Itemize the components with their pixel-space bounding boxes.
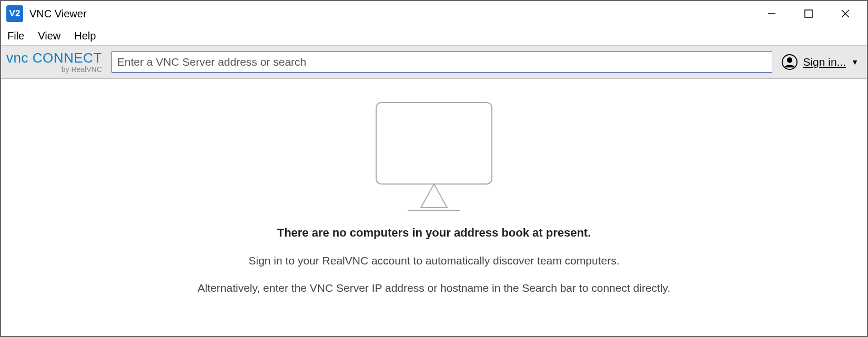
menu-view[interactable]: View xyxy=(36,29,63,43)
svg-marker-7 xyxy=(421,184,447,208)
svg-rect-6 xyxy=(376,103,492,184)
close-button[interactable] xyxy=(827,1,864,26)
empty-state-line-1: Sign in to your RealVNC account to autom… xyxy=(249,254,620,267)
brand-logo: vnc CONNECT by RealVNC xyxy=(6,51,105,73)
empty-state-line-2: Alternatively, enter the VNC Server IP a… xyxy=(198,282,671,294)
brand-main-text: vnc CONNECT xyxy=(6,51,102,65)
chevron-down-icon: ▼ xyxy=(851,58,859,66)
app-icon-text: V2 xyxy=(9,8,21,19)
maximize-button[interactable] xyxy=(790,1,827,26)
sign-in-label: Sign in... xyxy=(803,56,846,68)
toolbar: vnc CONNECT by RealVNC Sign in... ▼ xyxy=(1,45,867,79)
app-icon: V2 xyxy=(6,5,23,22)
menu-file[interactable]: File xyxy=(5,29,26,43)
monitor-icon xyxy=(366,100,502,216)
titlebar: V2 VNC Viewer xyxy=(1,1,867,26)
sign-in-button[interactable]: Sign in... ▼ xyxy=(779,54,862,70)
minimize-button[interactable] xyxy=(753,1,790,26)
menu-help[interactable]: Help xyxy=(72,29,98,43)
close-icon xyxy=(841,9,850,18)
address-search-input[interactable] xyxy=(112,52,773,73)
brand-sub-text: by RealVNC xyxy=(62,66,102,73)
main-content: There are no computers in your address b… xyxy=(1,79,867,336)
window-title: VNC Viewer xyxy=(29,8,87,20)
svg-point-5 xyxy=(787,57,792,63)
menubar: File View Help xyxy=(1,26,867,45)
minimize-icon xyxy=(767,9,776,18)
maximize-icon xyxy=(804,9,813,18)
svg-rect-1 xyxy=(805,10,812,17)
avatar-icon xyxy=(782,54,798,70)
empty-state-heading: There are no computers in your address b… xyxy=(277,226,591,240)
